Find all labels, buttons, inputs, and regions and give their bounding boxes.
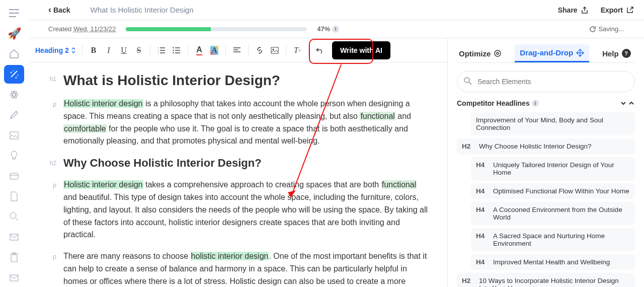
sort-icon: [71, 47, 76, 54]
svg-point-15: [495, 50, 501, 56]
unordered-list-button[interactable]: [170, 43, 184, 57]
headline-tag: H4: [476, 258, 488, 266]
headline-tag: H4: [476, 187, 488, 195]
headline-tag: H2: [462, 142, 474, 150]
link-button[interactable]: [253, 43, 267, 57]
svg-point-16: [497, 52, 499, 54]
headline-tag: H4: [476, 232, 488, 240]
right-tabs: Optimize Drag-and-Drop Help?: [457, 44, 635, 63]
doc-h1[interactable]: What is Holistic Interior Design?: [63, 73, 280, 89]
right-panel: Optimize Drag-and-Drop Help? Competitor …: [448, 38, 644, 287]
doc-p3[interactable]: There are many reasons to choose holisti…: [63, 250, 432, 287]
headline-text: Improvement of Your Mind, Body and Soul …: [476, 116, 630, 131]
svg-point-10: [173, 47, 174, 48]
progress-percent: 47%i: [317, 25, 339, 33]
main: ‹Back What Is Holistic Interior Design S…: [28, 0, 644, 287]
svg-rect-6: [10, 234, 18, 240]
italic-button[interactable]: I: [102, 43, 116, 57]
home-icon[interactable]: [4, 45, 24, 63]
export-button[interactable]: Export: [601, 6, 634, 14]
search-icon: [464, 77, 472, 85]
headline-row[interactable]: H4Optimised Functional Flow Within Your …: [471, 183, 635, 199]
saving-status: Saving...: [589, 25, 624, 33]
editor-column: Heading 2 B I U S A A T×: [28, 38, 448, 287]
share-label: Share: [558, 6, 578, 14]
headline-tag: H4: [476, 206, 488, 213]
text-color-button[interactable]: A: [192, 43, 206, 57]
headline-tag: H2: [462, 277, 474, 284]
headline-row[interactable]: H4Improved Mental Health and Wellbeing: [471, 254, 635, 270]
doc-p1[interactable]: Holistic interior design is a philosophy…: [63, 98, 432, 148]
back-button[interactable]: ‹Back: [48, 5, 70, 15]
info-icon[interactable]: i: [332, 26, 339, 33]
ordered-list-button[interactable]: [154, 43, 169, 57]
doc-icon[interactable]: [4, 187, 24, 205]
card-icon[interactable]: [4, 167, 24, 185]
editor-body[interactable]: h1 What is Holistic Interior Design? p H…: [28, 62, 447, 287]
mail-icon[interactable]: [4, 228, 24, 246]
headline-row[interactable]: H4A Sacred Space and Nurturing Home Envi…: [471, 228, 635, 251]
svg-rect-9: [10, 275, 18, 281]
highlight-button[interactable]: A: [207, 43, 221, 57]
image-icon[interactable]: [4, 126, 24, 145]
tag-h1: h1: [43, 73, 56, 89]
svg-point-12: [173, 52, 174, 53]
clear-format-button[interactable]: T×: [290, 43, 304, 57]
svg-rect-13: [271, 47, 278, 53]
export-icon: [626, 6, 634, 14]
search-input[interactable]: [457, 71, 635, 92]
mail2-icon[interactable]: [4, 268, 24, 286]
topbar: ‹Back What Is Holistic Interior Design S…: [28, 0, 644, 20]
block-p3: p There are many reasons to choose holis…: [43, 250, 432, 287]
atom-icon[interactable]: [4, 86, 24, 104]
content-area: Heading 2 B I U S A A T×: [28, 38, 644, 287]
headline-row[interactable]: H2Why Choose Holistic Interior Design?: [457, 138, 635, 154]
bulb-icon[interactable]: [4, 147, 24, 165]
menu-icon[interactable]: [4, 4, 24, 22]
headline-text: Why Choose Holistic Interior Design?: [479, 142, 592, 150]
rocket-icon[interactable]: 🚀: [4, 24, 24, 42]
write-with-ai-button[interactable]: Write with AI: [332, 41, 390, 59]
strike-button[interactable]: S: [132, 43, 146, 57]
editor-toolbar: Heading 2 B I U S A A T×: [28, 38, 447, 62]
created-text: Created Wed, 11/23/22: [48, 25, 116, 33]
chevron-down-icon[interactable]: [620, 100, 627, 107]
share-button[interactable]: Share: [558, 6, 589, 14]
heading-select[interactable]: Heading 2: [33, 43, 78, 57]
pencil-icon[interactable]: [4, 106, 24, 124]
headline-row[interactable]: H4A Cocooned Environment from the Outsid…: [471, 202, 635, 225]
tab-optimize[interactable]: Optimize: [457, 44, 504, 62]
headline-text: A Sacred Space and Nurturing Home Enviro…: [493, 232, 630, 247]
infobar: Created Wed, 11/23/22 47%i Saving...: [28, 20, 644, 38]
align-button[interactable]: [230, 43, 244, 57]
svg-point-5: [10, 212, 16, 219]
headline-text: 10 Ways to Incorporate Holistic Interior…: [479, 277, 630, 287]
undo-button[interactable]: [313, 43, 327, 57]
headline-row[interactable]: Improvement of Your Mind, Body and Soul …: [471, 112, 635, 135]
svg-point-14: [272, 48, 274, 50]
doc-h2[interactable]: Why Choose Holistic Interior Design?: [63, 157, 262, 170]
headline-row[interactable]: H4Uniquely Tailored Interior Design of Y…: [471, 157, 635, 180]
bold-button[interactable]: B: [87, 43, 101, 57]
underline-button[interactable]: U: [117, 43, 131, 57]
tag-h2: h2: [43, 157, 56, 170]
headlines-list: Improvement of Your Mind, Body and Soul …: [457, 112, 635, 287]
tab-drag-and-drop[interactable]: Drag-and-Drop: [515, 44, 589, 62]
headline-text: A Cocooned Environment from the Outside …: [493, 206, 630, 221]
headline-row[interactable]: H210 Ways to Incorporate Holistic Interi…: [457, 273, 635, 287]
progress-fill: [126, 27, 211, 31]
doc-p2[interactable]: Holistic interior design takes a compreh…: [63, 179, 432, 241]
image-button[interactable]: [268, 43, 282, 57]
block-h1: h1 What is Holistic Interior Design?: [43, 73, 432, 89]
search-icon[interactable]: [4, 207, 24, 226]
competitor-headlines-header[interactable]: Competitor Headlines i: [457, 99, 635, 107]
block-p2: p Holistic interior design takes a compr…: [43, 179, 432, 241]
svg-point-0: [10, 93, 18, 96]
headline-tag: H4: [476, 161, 488, 169]
magic-icon[interactable]: [4, 65, 24, 83]
page-title: What Is Holistic Interior Design: [90, 6, 193, 14]
clipboard-icon[interactable]: [4, 248, 24, 266]
tab-help[interactable]: Help?: [600, 44, 633, 62]
info-icon[interactable]: i: [532, 100, 539, 107]
chevron-up-icon[interactable]: [628, 100, 635, 107]
